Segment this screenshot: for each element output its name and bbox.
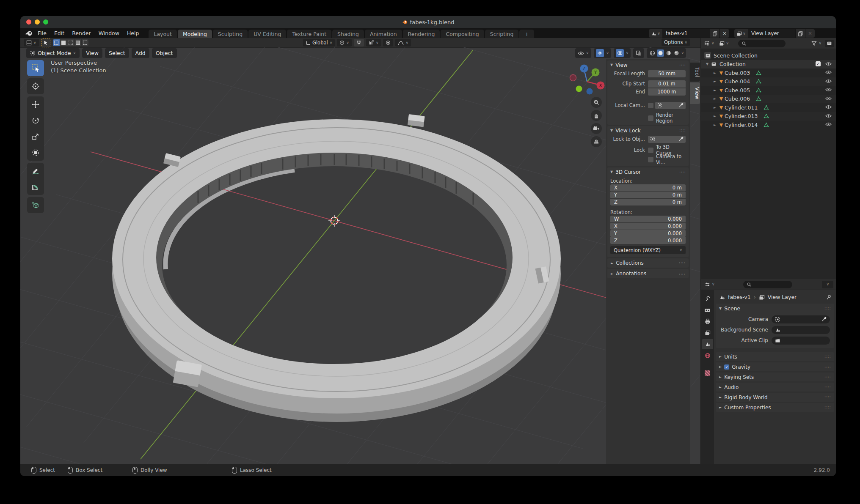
hide-icon[interactable] bbox=[825, 79, 832, 83]
shading-solid-button[interactable] bbox=[657, 49, 664, 57]
select-mode-intersect[interactable] bbox=[82, 39, 88, 46]
menu-view[interactable]: View bbox=[82, 48, 102, 58]
outliner-row-scene-collection[interactable]: Scene Collection bbox=[701, 51, 836, 60]
drag-dots-icon[interactable]: ∷∷ bbox=[824, 354, 831, 359]
outliner-row-object[interactable]: ► ▼ Cube.004 bbox=[701, 77, 836, 86]
tab-animation[interactable]: Animation bbox=[365, 30, 402, 38]
lock-3d-cursor-checkbox[interactable] bbox=[648, 148, 653, 153]
hide-icon[interactable] bbox=[825, 122, 832, 126]
outliner-display-mode-button[interactable]: ∨ bbox=[718, 40, 730, 47]
editor-type-button[interactable]: ∨ bbox=[24, 39, 39, 47]
blender-logo-icon[interactable] bbox=[25, 30, 33, 36]
tab-compositing[interactable]: Compositing bbox=[441, 30, 484, 38]
render-region-checkbox[interactable] bbox=[648, 115, 653, 121]
cursor-rx-field[interactable]: X0.000 bbox=[610, 223, 686, 230]
local-camera-checkbox[interactable] bbox=[648, 103, 653, 108]
new-collection-button[interactable] bbox=[825, 40, 834, 47]
breadcrumb-scene[interactable]: fabes-v1 bbox=[728, 294, 751, 300]
outliner-row-object[interactable]: ► ▼ Cylinder.013 bbox=[701, 112, 836, 121]
hide-icon[interactable] bbox=[825, 88, 832, 92]
expand-icon[interactable]: ► bbox=[712, 106, 718, 110]
pin-icon[interactable] bbox=[826, 294, 832, 300]
hide-icon[interactable] bbox=[825, 62, 832, 66]
tool-select-box[interactable] bbox=[27, 60, 44, 76]
tab-view-layer-properties[interactable] bbox=[702, 328, 713, 338]
drag-dots-icon[interactable]: ∷∷ bbox=[824, 375, 831, 379]
panel-view-header[interactable]: ▼ View ∷∷ bbox=[607, 60, 689, 69]
clip-end-field[interactable]: 1000 m bbox=[648, 88, 686, 96]
hide-icon[interactable] bbox=[825, 96, 832, 101]
tool-add-cube[interactable] bbox=[27, 197, 44, 213]
active-clip-field[interactable] bbox=[772, 337, 830, 345]
zoom-window-button[interactable] bbox=[43, 19, 48, 25]
view-layer-browse-button[interactable]: ∨ bbox=[734, 29, 748, 38]
menu-object[interactable]: Object bbox=[152, 48, 177, 58]
drag-dots-icon[interactable]: ∷∷ bbox=[824, 395, 831, 400]
tab-sculpting[interactable]: Sculpting bbox=[213, 30, 248, 38]
drag-dots-icon[interactable]: ∷∷ bbox=[679, 63, 686, 67]
outliner-row-object[interactable]: ► ▼ Cube.003 bbox=[701, 68, 836, 77]
tab-tool-properties[interactable] bbox=[702, 293, 713, 304]
background-scene-field[interactable] bbox=[772, 326, 830, 334]
outliner-row-collection[interactable]: ▼ Collection ✓ bbox=[701, 60, 836, 69]
tool-annotate[interactable] bbox=[27, 163, 44, 179]
cursor-ry-field[interactable]: Y0.000 bbox=[610, 230, 686, 237]
shading-wireframe-button[interactable] bbox=[649, 49, 656, 57]
tab-scripting[interactable]: Scripting bbox=[485, 30, 519, 38]
proportional-edit-toggle[interactable] bbox=[383, 39, 393, 47]
select-mode-invert[interactable] bbox=[74, 39, 81, 46]
tab-render-properties[interactable] bbox=[702, 305, 713, 315]
panel-custom-properties[interactable]: ► Custom Properties ∷∷ bbox=[716, 403, 834, 412]
camera-field[interactable] bbox=[772, 315, 830, 323]
panel-units[interactable]: ► Units ∷∷ bbox=[716, 352, 834, 361]
drag-dots-icon[interactable]: ∷∷ bbox=[824, 405, 831, 410]
gravity-checkbox[interactable]: ✓ bbox=[724, 364, 729, 370]
properties-editor-type-button[interactable]: ∨ bbox=[703, 281, 716, 288]
minimize-window-button[interactable] bbox=[35, 19, 40, 25]
sidebar-tab-view[interactable]: View bbox=[690, 82, 700, 104]
collection-checkbox[interactable]: ✓ bbox=[816, 61, 821, 66]
expand-icon[interactable]: ► bbox=[712, 79, 718, 83]
scene-panel-header[interactable]: ▼ Scene ∷∷ bbox=[716, 304, 834, 313]
properties-search-input[interactable] bbox=[743, 281, 792, 288]
outliner-editor-type-button[interactable]: ∨ bbox=[703, 40, 716, 47]
tab-shading[interactable]: Shading bbox=[332, 30, 364, 38]
close-window-button[interactable] bbox=[26, 19, 31, 25]
clip-start-field[interactable]: 0.01 m bbox=[648, 80, 686, 88]
ring-clip-left[interactable] bbox=[163, 153, 181, 167]
expand-icon[interactable]: ► bbox=[712, 71, 718, 75]
ring-clip-top[interactable] bbox=[408, 114, 425, 127]
local-camera-field[interactable] bbox=[655, 102, 686, 109]
options-dropdown[interactable]: Options ∨ bbox=[662, 38, 690, 46]
outliner-row-object[interactable]: ► ▼ Cylinder.014 bbox=[701, 121, 836, 129]
perspective-toggle-button[interactable] bbox=[591, 136, 602, 147]
panel-rigid-body-world[interactable]: ► Rigid Body World ∷∷ bbox=[716, 393, 834, 402]
tool-cursor[interactable] bbox=[27, 78, 44, 94]
tool-rotate[interactable] bbox=[27, 112, 44, 129]
cursor-x-field[interactable]: X0 m bbox=[610, 184, 686, 191]
shading-rendered-button[interactable] bbox=[673, 49, 680, 57]
menu-edit[interactable]: Edit bbox=[50, 28, 68, 38]
drag-dots-icon[interactable]: ∷∷ bbox=[679, 128, 686, 133]
ring-clip-bottom-left[interactable] bbox=[173, 360, 202, 387]
select-mode-extend[interactable] bbox=[60, 39, 67, 46]
cursor-rw-field[interactable]: W0.000 bbox=[610, 216, 686, 222]
shading-material-button[interactable] bbox=[665, 49, 672, 57]
properties-options-button[interactable]: ∨ bbox=[822, 281, 833, 288]
tool-move[interactable] bbox=[27, 96, 44, 112]
tool-transform[interactable] bbox=[27, 145, 44, 161]
viewport-canvas[interactable]: Object Mode ∨ View Select Add Object ∨ bbox=[20, 47, 700, 464]
scene-browse-button[interactable]: ∨ bbox=[649, 29, 662, 38]
cursor-rz-field[interactable]: Z0.000 bbox=[610, 237, 686, 244]
tab-texture-paint[interactable]: Texture Paint bbox=[287, 30, 331, 38]
menu-file[interactable]: File bbox=[34, 28, 50, 38]
sidebar-tab-tool[interactable]: Tool bbox=[690, 63, 700, 82]
pan-view-button[interactable] bbox=[591, 110, 602, 121]
outliner-row-object[interactable]: ► ▼ Cube.005 bbox=[701, 86, 836, 95]
menu-help[interactable]: Help bbox=[123, 28, 143, 38]
scene-name-field[interactable]: fabes-v1 bbox=[662, 29, 710, 38]
camera-view-button[interactable] bbox=[591, 123, 602, 134]
drag-dots-icon[interactable]: ∷∷ bbox=[679, 170, 686, 174]
view-layer-name-field[interactable]: View Layer bbox=[748, 29, 795, 38]
expand-icon[interactable]: ► bbox=[712, 114, 718, 118]
